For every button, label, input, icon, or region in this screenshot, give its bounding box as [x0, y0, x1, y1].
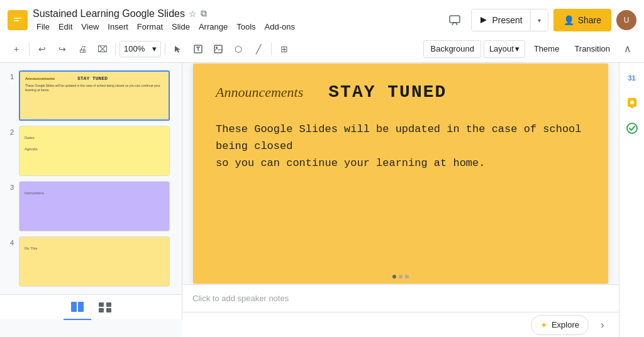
- menu-file[interactable]: File: [33, 21, 53, 33]
- slide-3-bg: Instructions: [19, 182, 169, 231]
- bottom-bar: ✦ Explore ›: [182, 312, 619, 337]
- panel-footer: [0, 294, 182, 319]
- slide-item-4[interactable]: 4 Do This: [0, 234, 182, 289]
- divider-3: [165, 43, 165, 55]
- tasks-sidebar-button[interactable]: [622, 118, 642, 138]
- shape-tool-button[interactable]: ⬡: [230, 40, 247, 58]
- select-tool-button[interactable]: [169, 40, 187, 58]
- redo-button[interactable]: ↪: [53, 40, 71, 58]
- right-sidebar: 31: [619, 63, 644, 337]
- svg-rect-13: [106, 302, 111, 307]
- slide2-thumb-body: Agenda: [25, 147, 38, 151]
- nav-next-button[interactable]: ›: [594, 316, 611, 334]
- zoom-dropdown[interactable]: ▾: [148, 41, 160, 57]
- add-button[interactable]: +: [8, 40, 25, 58]
- slide1-thumb-body: These Google Slides will be updated in t…: [25, 84, 164, 92]
- zoom-display[interactable]: 100%: [120, 41, 148, 57]
- svg-rect-1: [14, 18, 21, 19]
- slide-item-2[interactable]: 2 Dates Agenda: [0, 123, 182, 179]
- svg-rect-11: [78, 302, 84, 312]
- svg-rect-15: [106, 308, 111, 312]
- divider-2: [115, 43, 116, 55]
- svg-rect-14: [99, 308, 104, 312]
- transition-button[interactable]: Transition: [568, 40, 616, 58]
- slide-item-3[interactable]: 3 Instructions: [0, 179, 182, 234]
- present-button-group: Present ▾: [471, 9, 548, 31]
- collapse-toolbar-button[interactable]: ∧: [619, 40, 636, 58]
- menu-bar: File Edit View Insert Format Slide Arran…: [33, 21, 299, 33]
- slide-number-1: 1: [5, 73, 14, 80]
- print-button[interactable]: 🖨: [74, 40, 91, 58]
- explore-button[interactable]: ✦ Explore: [531, 315, 589, 335]
- slide-item-1[interactable]: 1 Announcements STAY TUNED These Google …: [0, 68, 182, 123]
- slide-number-3: 3: [5, 184, 14, 191]
- line-tool-button[interactable]: ╱: [250, 40, 267, 58]
- menu-arrange[interactable]: Arrange: [195, 21, 231, 33]
- slide-number-4: 4: [5, 239, 14, 246]
- more-button[interactable]: ⊞: [275, 40, 293, 58]
- main-area: 1 Announcements STAY TUNED These Google …: [0, 63, 644, 337]
- slide-stay-tuned-text: STAY TUNED: [328, 82, 447, 102]
- slide-canvas-area[interactable]: Announcements STAY TUNED These Google Sl…: [182, 63, 619, 284]
- slide3-thumb-title: Instructions: [25, 191, 44, 195]
- editor-wrapper: Announcements STAY TUNED These Google Sl…: [182, 63, 619, 337]
- present-dropdown-button[interactable]: ▾: [530, 9, 548, 31]
- undo-button[interactable]: ↩: [33, 40, 51, 58]
- slide-body-text: These Google Slides will be updated in t…: [216, 121, 586, 172]
- image-tool-button[interactable]: [209, 40, 227, 58]
- title-right: Present ▾ 👤 Share U: [443, 9, 636, 31]
- share-button[interactable]: 👤 Share: [553, 9, 611, 31]
- share-icon: 👤: [564, 15, 574, 25]
- theme-button[interactable]: Theme: [528, 40, 565, 58]
- slide-navigation-dots: [392, 275, 409, 279]
- present-main-button[interactable]: Present: [472, 9, 530, 31]
- speaker-notes-area[interactable]: Click to add speaker notes: [182, 284, 619, 312]
- folder-icon[interactable]: ⧉: [201, 8, 207, 19]
- slide-thumbnail-4: Do This: [19, 236, 170, 287]
- keep-sidebar-button[interactable]: [622, 93, 642, 113]
- svg-marker-4: [480, 17, 487, 23]
- svg-rect-8: [214, 45, 222, 53]
- menu-addons[interactable]: Add-ons: [261, 21, 299, 33]
- title-left: Sustained Learning Google Slides ☆ ⧉ Fil…: [8, 8, 299, 33]
- svg-rect-10: [71, 302, 77, 312]
- title-name-row: Sustained Learning Google Slides ☆ ⧉: [33, 8, 299, 19]
- background-button[interactable]: Background: [423, 40, 480, 58]
- slide-body-line1: These Google Slides will be updated in t…: [216, 121, 586, 155]
- textbox-tool-button[interactable]: [189, 40, 207, 58]
- menu-format[interactable]: Format: [133, 21, 167, 33]
- toolbar: + ↩ ↪ 🖨 ⌧ 100% ▾ ⬡ ╱ ⊞ Background Layout…: [0, 35, 644, 63]
- explore-label: Explore: [552, 320, 579, 329]
- document-title: Sustained Learning Google Slides: [33, 8, 185, 19]
- dot-2: [399, 275, 402, 279]
- svg-point-17: [630, 101, 634, 104]
- filmstrip-view-button[interactable]: [64, 295, 91, 320]
- slide-panel-wrapper: 1 Announcements STAY TUNED These Google …: [0, 63, 182, 337]
- slide-panel: 1 Announcements STAY TUNED These Google …: [0, 63, 182, 294]
- google-slides-icon: [8, 10, 28, 30]
- menu-edit[interactable]: Edit: [55, 21, 76, 33]
- calendar-sidebar-button[interactable]: 31: [622, 68, 642, 88]
- slide-header-row: Announcements STAY TUNED: [216, 82, 586, 102]
- svg-point-19: [627, 123, 637, 133]
- divider-1: [29, 43, 30, 55]
- slide-body-line2: so you can continue your learning at hom…: [216, 155, 586, 172]
- star-icon[interactable]: ☆: [189, 9, 197, 19]
- grid-view-button[interactable]: [91, 295, 119, 320]
- title-bar: Sustained Learning Google Slides ☆ ⧉ Fil…: [0, 0, 644, 35]
- layout-button[interactable]: Layout ▾: [484, 40, 525, 58]
- menu-slide[interactable]: Slide: [168, 21, 194, 33]
- menu-tools[interactable]: Tools: [233, 21, 259, 33]
- slide-number-2: 2: [5, 128, 14, 136]
- menu-view[interactable]: View: [77, 21, 103, 33]
- slide-thumbnail-3: Instructions: [19, 181, 170, 231]
- slide-canvas: Announcements STAY TUNED These Google Sl…: [193, 64, 608, 284]
- comment-button[interactable]: [443, 9, 466, 31]
- slide-announcements-text: Announcements: [216, 84, 303, 101]
- paint-format-button[interactable]: ⌧: [94, 40, 111, 58]
- svg-rect-3: [450, 16, 460, 23]
- slide2-thumb-title: Dates: [25, 136, 35, 140]
- slide1-thumb-title: Announcements: [25, 77, 55, 80]
- menu-insert[interactable]: Insert: [104, 21, 132, 33]
- user-avatar[interactable]: U: [616, 10, 636, 30]
